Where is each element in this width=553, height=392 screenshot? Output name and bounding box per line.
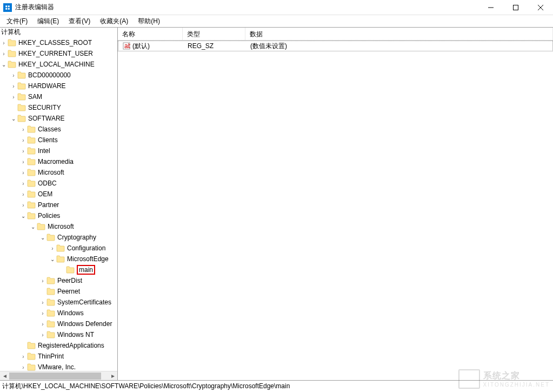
value-data: (数值未设置) xyxy=(250,42,287,51)
folder-icon xyxy=(8,39,16,46)
folder-icon xyxy=(17,115,26,122)
scroll-left-icon[interactable]: ◂ xyxy=(0,371,9,381)
menu-help[interactable]: 帮助(H) xyxy=(134,16,164,27)
folder-icon xyxy=(27,180,36,187)
value-type: REG_SZ xyxy=(188,42,214,50)
svg-rect-6 xyxy=(514,5,518,10)
folder-icon xyxy=(17,104,26,111)
maximize-button[interactable] xyxy=(503,0,528,15)
menu-edit[interactable]: 编辑(E) xyxy=(33,16,63,27)
tree-item-configuration[interactable]: ›Configuration xyxy=(49,243,117,254)
tree-item-main[interactable]: main xyxy=(58,264,117,275)
statusbar-path: 计算机\HKEY_LOCAL_MACHINE\SOFTWARE\Policies… xyxy=(2,382,290,391)
folder-icon xyxy=(27,363,36,371)
tree-item-vmware[interactable]: ›VMware, Inc. xyxy=(19,362,117,371)
menu-view[interactable]: 查看(V) xyxy=(64,16,95,27)
tree-panel: 计算机 ›HKEY_CLASSES_ROOT ›HKEY_CURRENT_USE… xyxy=(0,28,118,380)
scroll-right-icon[interactable]: ▸ xyxy=(108,371,117,381)
column-header-type[interactable]: 类型 xyxy=(183,28,245,40)
folder-icon xyxy=(8,50,16,57)
tree-item-hardware[interactable]: ›HARDWARE xyxy=(10,81,117,91)
tree-item-hkcu[interactable]: ›HKEY_CURRENT_USER xyxy=(0,48,117,59)
tree-item-policies[interactable]: ⌄Policies xyxy=(19,210,117,221)
folder-icon xyxy=(27,212,36,220)
tree-item-clients[interactable]: ›Clients xyxy=(19,135,117,145)
folder-icon xyxy=(46,320,55,328)
folder-icon xyxy=(37,223,45,230)
tree-item-windows-nt[interactable]: ›Windows NT xyxy=(39,329,117,340)
close-button[interactable] xyxy=(528,0,553,15)
column-header-name[interactable]: 名称 xyxy=(118,28,183,40)
tree-item-intel[interactable]: ›Intel xyxy=(19,145,117,156)
menubar: 文件(F) 编辑(E) 查看(V) 收藏夹(A) 帮助(H) xyxy=(0,15,553,27)
folder-icon xyxy=(27,353,36,360)
statusbar: 计算机\HKEY_LOCAL_MACHINE\SOFTWARE\Policies… xyxy=(0,380,553,392)
folder-icon xyxy=(27,342,36,349)
column-header-data[interactable]: 数据 xyxy=(245,28,553,40)
folder-icon xyxy=(46,288,55,295)
tree-item-partner[interactable]: ›Partner xyxy=(19,200,117,210)
tree-item-bcd[interactable]: ›BCD00000000 xyxy=(10,70,117,81)
list-header: 名称 类型 数据 xyxy=(118,28,553,41)
tree-item-odbc[interactable]: ›ODBC xyxy=(19,178,117,189)
tree-item-registeredapplications[interactable]: RegisteredApplications xyxy=(19,340,117,351)
tree-item-peerdist[interactable]: ›PeerDist xyxy=(39,275,117,286)
tree-item-systemcertificates[interactable]: ›SystemCertificates xyxy=(39,297,117,308)
folder-icon xyxy=(27,158,36,165)
tree-item-security[interactable]: SECURITY xyxy=(10,102,117,113)
folder-icon xyxy=(17,93,26,101)
folder-icon xyxy=(27,201,36,209)
folder-icon xyxy=(66,266,75,274)
folder-icon xyxy=(27,147,36,155)
folder-icon xyxy=(27,190,36,198)
folder-icon xyxy=(46,277,55,284)
tree-item-hkcr[interactable]: ›HKEY_CLASSES_ROOT xyxy=(0,37,117,48)
window-controls xyxy=(478,0,553,15)
tree-item-hklm[interactable]: ⌄HKEY_LOCAL_MACHINE xyxy=(0,59,117,70)
folder-icon xyxy=(8,61,16,68)
tree-item-thinprint[interactable]: ›ThinPrint xyxy=(19,351,117,362)
string-value-icon: ab xyxy=(123,42,130,50)
tree-item-policies-microsoft[interactable]: ⌄Microsoft xyxy=(29,221,117,232)
tree-item-windows[interactable]: ›Windows xyxy=(39,308,117,318)
tree-item-cryptography[interactable]: ⌄Cryptography xyxy=(39,232,117,243)
tree-item-windows-defender[interactable]: ›Windows Defender xyxy=(39,318,117,329)
svg-rect-3 xyxy=(5,8,7,9)
tree-item-classes[interactable]: ›Classes xyxy=(19,124,117,135)
tree-item-macromedia[interactable]: ›Macromedia xyxy=(19,156,117,167)
folder-icon xyxy=(17,71,26,79)
folder-icon xyxy=(17,82,26,90)
menu-favorites[interactable]: 收藏夹(A) xyxy=(96,16,132,27)
menu-file[interactable]: 文件(F) xyxy=(2,16,32,27)
tree-h-scrollbar[interactable]: ◂ ▸ xyxy=(0,371,117,380)
list-row[interactable]: ab (默认) REG_SZ (数值未设置) xyxy=(118,41,553,51)
tree-item-oem[interactable]: ›OEM xyxy=(19,189,117,200)
folder-icon xyxy=(27,125,36,133)
tree-item-sam[interactable]: ›SAM xyxy=(10,91,117,102)
tree-item-microsoft[interactable]: ›Microsoft xyxy=(19,167,117,178)
tree-item-microsoftedge[interactable]: ⌄MicrosoftEdge xyxy=(49,254,117,264)
minimize-button[interactable] xyxy=(478,0,503,15)
window-title: 注册表编辑器 xyxy=(15,3,54,12)
folder-icon xyxy=(46,331,55,338)
list-body[interactable]: ab (默认) REG_SZ (数值未设置) xyxy=(118,41,553,380)
svg-rect-4 xyxy=(8,8,10,9)
titlebar: 注册表编辑器 xyxy=(0,0,553,15)
folder-icon xyxy=(27,169,36,176)
scroll-thumb[interactable] xyxy=(9,373,101,380)
svg-rect-2 xyxy=(8,5,10,7)
tree-item-software[interactable]: ⌄SOFTWARE xyxy=(10,113,117,124)
tree-scroll[interactable]: ›HKEY_CLASSES_ROOT ›HKEY_CURRENT_USER ⌄H… xyxy=(0,37,117,371)
tree-root-label[interactable]: 计算机 xyxy=(0,28,117,37)
folder-icon xyxy=(27,136,36,144)
svg-rect-1 xyxy=(5,5,7,7)
folder-icon xyxy=(46,309,55,317)
highlighted-key: main xyxy=(77,265,95,275)
folder-icon xyxy=(46,298,55,306)
value-name: (默认) xyxy=(132,42,150,51)
tree-item-peernet[interactable]: Peernet xyxy=(39,286,117,297)
svg-text:ab: ab xyxy=(124,42,130,50)
list-panel: 名称 类型 数据 ab (默认) REG_SZ (数值未设置) xyxy=(118,28,553,380)
folder-icon xyxy=(46,234,55,241)
app-icon xyxy=(3,3,12,12)
